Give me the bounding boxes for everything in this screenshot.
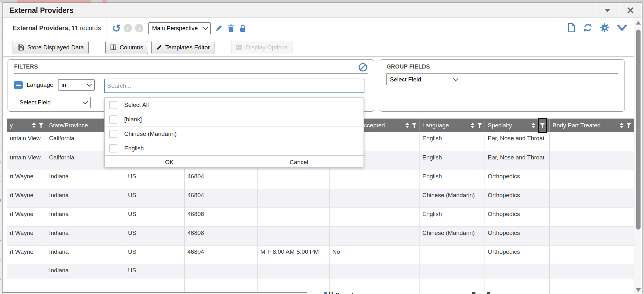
lock-icon[interactable] <box>239 24 247 32</box>
table-row[interactable]: rt WayneIndianaUS46804EnglishOrthopedics <box>7 170 634 189</box>
columns-button[interactable]: Columns <box>105 41 148 54</box>
delete-perspective-icon[interactable] <box>227 24 235 32</box>
sort-icon[interactable] <box>471 123 475 128</box>
table-cell <box>550 227 634 245</box>
dropdown-option[interactable]: Select All <box>105 98 364 112</box>
dropdown-option[interactable]: Chinese (Mandarin) <box>105 126 364 141</box>
table-cell <box>258 208 330 226</box>
checkbox-icon[interactable] <box>109 115 117 124</box>
background-page-left: BFCBDFCEC <box>0 3 3 294</box>
table-cell <box>258 227 330 245</box>
table-row[interactable]: rt WayneIndianaUS46804Chinese (Mandarin)… <box>7 189 634 208</box>
background-text-fragment: D <box>0 197 3 204</box>
store-displayed-data-button[interactable]: Store Displayed Data <box>13 41 89 54</box>
table-cell <box>550 132 634 151</box>
background-text-fragment: C <box>0 158 3 165</box>
next-perspective-button[interactable]: › <box>135 24 143 32</box>
column-header[interactable]: Body Part Treated <box>550 119 634 132</box>
checkbox-icon <box>329 292 333 294</box>
table-cell <box>485 264 550 279</box>
sort-icon[interactable] <box>620 123 624 128</box>
checkbox-icon[interactable] <box>109 101 117 109</box>
columns-icon <box>110 44 117 51</box>
filter-icon[interactable] <box>477 123 482 128</box>
perspective-select[interactable]: Main Perspective <box>148 22 211 34</box>
table-cell: 46808 <box>185 227 258 245</box>
table-cell: US <box>125 227 185 245</box>
filter-operator-select[interactable]: in <box>58 79 95 91</box>
table-cell: Chinese (Mandarin) <box>419 189 485 208</box>
record-count-label: External Providers, 11 records <box>13 25 101 32</box>
column-header-label: State/Province <box>49 122 88 129</box>
chevron-down-icon <box>83 99 88 104</box>
sort-icon[interactable] <box>531 123 535 128</box>
window-close-button[interactable] <box>619 3 642 18</box>
filters-title: FILTERS <box>14 64 368 74</box>
ok-button[interactable]: OK <box>105 156 234 169</box>
table-cell <box>258 170 330 189</box>
refresh-icon[interactable] <box>583 23 592 34</box>
checkbox-icon[interactable] <box>109 130 117 138</box>
filter-icon[interactable] <box>38 123 44 128</box>
cancel-button[interactable]: Cancel <box>234 156 364 169</box>
table-row[interactable]: rt WayneIndianaUS46808Chinese (Mandarin)… <box>7 226 634 245</box>
settings-gear-icon[interactable] <box>600 23 609 34</box>
filter-icon[interactable] <box>540 123 545 128</box>
background-text-fragment: B <box>0 119 3 126</box>
undo-icon[interactable]: ↺ <box>112 24 121 33</box>
sort-icon[interactable] <box>405 123 409 128</box>
collapse-chevron-icon[interactable] <box>617 24 627 32</box>
table-row[interactable]: rt WayneIndianaUS46804M-F 8:00 AM-5:00 P… <box>7 245 634 264</box>
cutoff-search: Search <box>324 292 355 294</box>
edit-perspective-icon[interactable] <box>215 25 223 32</box>
sort-icon[interactable] <box>32 123 36 128</box>
table-cell: rt Wayne <box>7 246 46 264</box>
column-header[interactable]: Language <box>419 119 485 132</box>
table-cell: rt Wayne <box>7 227 46 245</box>
window-menu-button[interactable] <box>596 3 619 18</box>
scrollbar-thumb[interactable] <box>636 30 641 230</box>
dropdown-option[interactable]: English <box>105 141 364 155</box>
filter-row: Language in <box>14 79 95 91</box>
remove-filter-icon[interactable] <box>14 81 23 89</box>
vertical-scrollbar[interactable] <box>635 18 642 294</box>
filter-icon[interactable] <box>412 123 417 128</box>
group-field-select[interactable]: Select Field <box>386 74 461 85</box>
new-document-icon[interactable] <box>567 23 575 33</box>
templates-editor-button[interactable]: Templates Editor <box>151 41 215 54</box>
display-options-button[interactable]: Display Options <box>231 41 292 54</box>
table-cell: 46808 <box>185 208 258 226</box>
table-row[interactable]: rt WayneIndianaUS46808EnglishOrthopedics <box>7 208 634 226</box>
filter-icon[interactable] <box>626 123 631 128</box>
table-cell: M-F 8:00 AM-5:00 PM <box>258 246 330 264</box>
column-header[interactable]: Specialty <box>485 119 550 132</box>
table-cell <box>550 189 634 208</box>
table-cell: US <box>125 189 185 208</box>
column-header[interactable]: y <box>7 119 46 132</box>
table-row[interactable]: IndianaUS <box>7 264 634 279</box>
search-icon <box>324 292 327 294</box>
table-cell: Ear, Nose and Throat <box>485 132 550 151</box>
table-cell: Ear, Nose and Throat <box>485 151 550 170</box>
table-cell <box>550 151 634 170</box>
column-header-label: Body Part Treated <box>552 122 601 129</box>
table-cell: No <box>330 246 419 264</box>
scroll-down-icon[interactable] <box>636 288 641 292</box>
divider <box>223 38 223 56</box>
table-cell <box>550 170 634 189</box>
dropdown-option-label: [blank] <box>124 116 142 123</box>
dropdown-option[interactable]: [blank] <box>105 112 364 126</box>
clear-filters-icon[interactable] <box>358 63 368 73</box>
dropdown-buttons: OK Cancel <box>105 155 364 169</box>
bottom-cutoff-panel: Search <box>0 292 644 294</box>
table-cell <box>258 189 330 208</box>
checkbox-icon[interactable] <box>109 144 117 153</box>
table-cell: Indiana <box>46 227 125 245</box>
group-field-value: Select Field <box>390 76 421 83</box>
add-filter-field-select[interactable]: Select Field <box>16 97 91 108</box>
table-cell: 46804 <box>185 246 258 264</box>
table-cell <box>330 170 419 189</box>
previous-perspective-button[interactable]: ‹ <box>124 24 132 32</box>
scroll-up-icon[interactable] <box>636 21 641 25</box>
filter-search-input[interactable] <box>104 79 364 93</box>
